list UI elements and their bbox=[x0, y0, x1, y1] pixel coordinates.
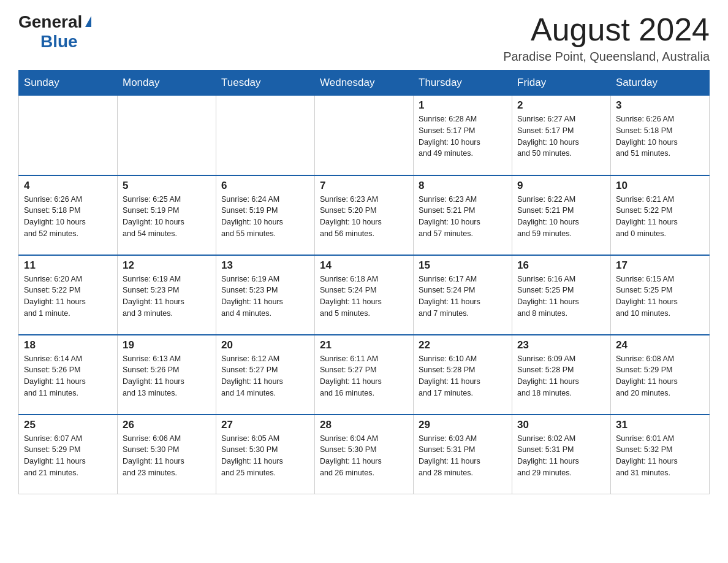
day-info: Sunrise: 6:28 AM Sunset: 5:17 PM Dayligh… bbox=[419, 113, 507, 159]
table-row: 4Sunrise: 6:26 AM Sunset: 5:18 PM Daylig… bbox=[19, 175, 118, 255]
table-row: 8Sunrise: 6:23 AM Sunset: 5:21 PM Daylig… bbox=[414, 175, 512, 255]
day-number: 27 bbox=[221, 419, 309, 431]
table-row: 12Sunrise: 6:19 AM Sunset: 5:23 PM Dayli… bbox=[118, 255, 216, 335]
day-info: Sunrise: 6:18 AM Sunset: 5:24 PM Dayligh… bbox=[320, 274, 408, 320]
day-info: Sunrise: 6:27 AM Sunset: 5:17 PM Dayligh… bbox=[517, 113, 605, 159]
table-row: 25Sunrise: 6:07 AM Sunset: 5:29 PM Dayli… bbox=[19, 415, 118, 494]
day-number: 19 bbox=[123, 339, 211, 351]
table-row: 10Sunrise: 6:21 AM Sunset: 5:22 PM Dayli… bbox=[611, 175, 710, 255]
calendar-week-row: 1Sunrise: 6:28 AM Sunset: 5:17 PM Daylig… bbox=[19, 96, 710, 175]
calendar: Sunday Monday Tuesday Wednesday Thursday… bbox=[18, 70, 710, 494]
table-row: 6Sunrise: 6:24 AM Sunset: 5:19 PM Daylig… bbox=[216, 175, 315, 255]
day-number: 17 bbox=[616, 259, 704, 272]
day-info: Sunrise: 6:21 AM Sunset: 5:22 PM Dayligh… bbox=[616, 194, 704, 240]
logo-blue: Blue bbox=[40, 32, 78, 51]
day-number: 9 bbox=[517, 180, 605, 192]
table-row: 31Sunrise: 6:01 AM Sunset: 5:32 PM Dayli… bbox=[611, 415, 710, 494]
col-wednesday: Wednesday bbox=[315, 71, 414, 96]
table-row: 20Sunrise: 6:12 AM Sunset: 5:27 PM Dayli… bbox=[216, 335, 315, 415]
day-number: 8 bbox=[419, 180, 507, 192]
day-info: Sunrise: 6:20 AM Sunset: 5:22 PM Dayligh… bbox=[24, 274, 112, 320]
day-info: Sunrise: 6:14 AM Sunset: 5:26 PM Dayligh… bbox=[24, 353, 112, 399]
day-number: 18 bbox=[24, 339, 112, 351]
table-row: 26Sunrise: 6:06 AM Sunset: 5:30 PM Dayli… bbox=[118, 415, 216, 494]
day-info: Sunrise: 6:15 AM Sunset: 5:25 PM Dayligh… bbox=[616, 274, 704, 320]
table-row bbox=[216, 96, 315, 175]
col-friday: Friday bbox=[512, 71, 611, 96]
day-number: 1 bbox=[419, 99, 507, 112]
table-row: 30Sunrise: 6:02 AM Sunset: 5:31 PM Dayli… bbox=[512, 415, 611, 494]
col-monday: Monday bbox=[118, 71, 216, 96]
col-tuesday: Tuesday bbox=[216, 71, 315, 96]
day-info: Sunrise: 6:19 AM Sunset: 5:23 PM Dayligh… bbox=[123, 274, 211, 320]
table-row: 16Sunrise: 6:16 AM Sunset: 5:25 PM Dayli… bbox=[512, 255, 611, 335]
day-info: Sunrise: 6:25 AM Sunset: 5:19 PM Dayligh… bbox=[123, 194, 211, 240]
day-info: Sunrise: 6:12 AM Sunset: 5:27 PM Dayligh… bbox=[221, 353, 309, 399]
day-number: 13 bbox=[221, 259, 309, 272]
table-row: 19Sunrise: 6:13 AM Sunset: 5:26 PM Dayli… bbox=[118, 335, 216, 415]
table-row: 22Sunrise: 6:10 AM Sunset: 5:28 PM Dayli… bbox=[414, 335, 512, 415]
day-number: 23 bbox=[517, 339, 605, 351]
day-number: 28 bbox=[320, 419, 408, 431]
day-number: 16 bbox=[517, 259, 605, 272]
day-number: 22 bbox=[419, 339, 507, 351]
day-number: 10 bbox=[616, 180, 704, 192]
day-number: 12 bbox=[123, 259, 211, 272]
day-info: Sunrise: 6:07 AM Sunset: 5:29 PM Dayligh… bbox=[24, 433, 112, 479]
title-section: August 2024 Paradise Point, Queensland, … bbox=[503, 12, 710, 64]
day-number: 29 bbox=[419, 419, 507, 431]
day-number: 2 bbox=[517, 99, 605, 112]
day-number: 4 bbox=[24, 180, 112, 192]
table-row: 28Sunrise: 6:04 AM Sunset: 5:30 PM Dayli… bbox=[315, 415, 414, 494]
day-info: Sunrise: 6:19 AM Sunset: 5:23 PM Dayligh… bbox=[221, 274, 309, 320]
day-number: 24 bbox=[616, 339, 704, 351]
table-row: 1Sunrise: 6:28 AM Sunset: 5:17 PM Daylig… bbox=[414, 96, 512, 175]
day-number: 21 bbox=[320, 339, 408, 351]
day-info: Sunrise: 6:05 AM Sunset: 5:30 PM Dayligh… bbox=[221, 433, 309, 479]
day-info: Sunrise: 6:26 AM Sunset: 5:18 PM Dayligh… bbox=[24, 194, 112, 240]
day-number: 11 bbox=[24, 259, 112, 272]
day-number: 6 bbox=[221, 180, 309, 192]
day-info: Sunrise: 6:26 AM Sunset: 5:18 PM Dayligh… bbox=[616, 113, 704, 159]
calendar-week-row: 18Sunrise: 6:14 AM Sunset: 5:26 PM Dayli… bbox=[19, 335, 710, 415]
col-saturday: Saturday bbox=[611, 71, 710, 96]
table-row: 9Sunrise: 6:22 AM Sunset: 5:21 PM Daylig… bbox=[512, 175, 611, 255]
table-row: 21Sunrise: 6:11 AM Sunset: 5:27 PM Dayli… bbox=[315, 335, 414, 415]
day-info: Sunrise: 6:06 AM Sunset: 5:30 PM Dayligh… bbox=[123, 433, 211, 479]
day-number: 15 bbox=[419, 259, 507, 272]
day-info: Sunrise: 6:22 AM Sunset: 5:21 PM Dayligh… bbox=[517, 194, 605, 240]
day-info: Sunrise: 6:23 AM Sunset: 5:21 PM Dayligh… bbox=[419, 194, 507, 240]
day-info: Sunrise: 6:03 AM Sunset: 5:31 PM Dayligh… bbox=[419, 433, 507, 479]
calendar-week-row: 25Sunrise: 6:07 AM Sunset: 5:29 PM Dayli… bbox=[19, 415, 710, 494]
table-row: 24Sunrise: 6:08 AM Sunset: 5:29 PM Dayli… bbox=[611, 335, 710, 415]
day-info: Sunrise: 6:23 AM Sunset: 5:20 PM Dayligh… bbox=[320, 194, 408, 240]
day-number: 31 bbox=[616, 419, 704, 431]
day-info: Sunrise: 6:24 AM Sunset: 5:19 PM Dayligh… bbox=[221, 194, 309, 240]
day-info: Sunrise: 6:09 AM Sunset: 5:28 PM Dayligh… bbox=[517, 353, 605, 399]
day-number: 14 bbox=[320, 259, 408, 272]
day-info: Sunrise: 6:11 AM Sunset: 5:27 PM Dayligh… bbox=[320, 353, 408, 399]
table-row: 3Sunrise: 6:26 AM Sunset: 5:18 PM Daylig… bbox=[611, 96, 710, 175]
calendar-week-row: 11Sunrise: 6:20 AM Sunset: 5:22 PM Dayli… bbox=[19, 255, 710, 335]
day-info: Sunrise: 6:10 AM Sunset: 5:28 PM Dayligh… bbox=[419, 353, 507, 399]
table-row: 18Sunrise: 6:14 AM Sunset: 5:26 PM Dayli… bbox=[19, 335, 118, 415]
day-info: Sunrise: 6:16 AM Sunset: 5:25 PM Dayligh… bbox=[517, 274, 605, 320]
table-row: 5Sunrise: 6:25 AM Sunset: 5:19 PM Daylig… bbox=[118, 175, 216, 255]
table-row: 11Sunrise: 6:20 AM Sunset: 5:22 PM Dayli… bbox=[19, 255, 118, 335]
col-sunday: Sunday bbox=[19, 71, 118, 96]
table-row: 17Sunrise: 6:15 AM Sunset: 5:25 PM Dayli… bbox=[611, 255, 710, 335]
table-row: 23Sunrise: 6:09 AM Sunset: 5:28 PM Dayli… bbox=[512, 335, 611, 415]
table-row: 13Sunrise: 6:19 AM Sunset: 5:23 PM Dayli… bbox=[216, 255, 315, 335]
table-row bbox=[315, 96, 414, 175]
logo-general: General bbox=[18, 12, 82, 32]
day-info: Sunrise: 6:08 AM Sunset: 5:29 PM Dayligh… bbox=[616, 353, 704, 399]
month-title: August 2024 bbox=[503, 12, 710, 47]
table-row: 29Sunrise: 6:03 AM Sunset: 5:31 PM Dayli… bbox=[414, 415, 512, 494]
table-row: 27Sunrise: 6:05 AM Sunset: 5:30 PM Dayli… bbox=[216, 415, 315, 494]
day-info: Sunrise: 6:13 AM Sunset: 5:26 PM Dayligh… bbox=[123, 353, 211, 399]
logo-triangle-icon bbox=[85, 16, 91, 27]
day-number: 20 bbox=[221, 339, 309, 351]
table-row bbox=[118, 96, 216, 175]
calendar-header-row: Sunday Monday Tuesday Wednesday Thursday… bbox=[19, 71, 710, 96]
day-info: Sunrise: 6:04 AM Sunset: 5:30 PM Dayligh… bbox=[320, 433, 408, 479]
